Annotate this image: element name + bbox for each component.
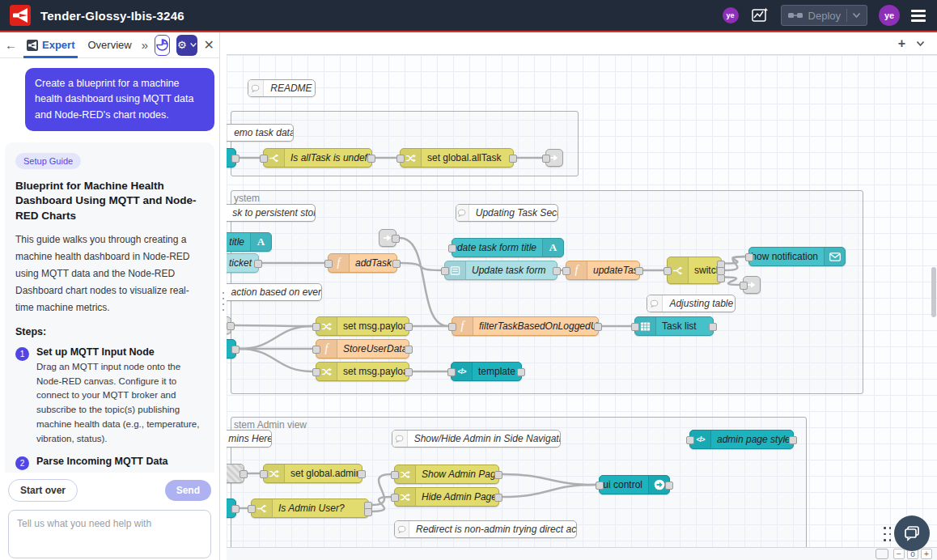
comment-node[interactable]: emo task data — [227, 124, 294, 142]
output-port[interactable] — [509, 155, 517, 163]
usage-chart-button[interactable] — [155, 35, 170, 56]
input-port[interactable] — [745, 253, 753, 261]
flow-node[interactable] — [227, 316, 231, 334]
flow-list-chevron-icon[interactable] — [917, 41, 924, 46]
output-port[interactable] — [240, 470, 248, 478]
flow-node[interactable]: set msg.payload — [316, 316, 409, 336]
comment-node[interactable]: mins Here — [227, 430, 272, 448]
tab-expert[interactable]: Expert — [23, 32, 78, 58]
input-port[interactable] — [312, 346, 320, 354]
back-arrow-icon[interactable]: ← — [5, 38, 17, 52]
panel-resize-handle[interactable] — [221, 285, 226, 317]
comment-node[interactable]: Adjusting table — [647, 295, 736, 312]
input-port[interactable] — [391, 494, 399, 502]
flow-node[interactable]: StoreUserDataf — [316, 339, 409, 358]
send-button[interactable]: Send — [165, 480, 211, 501]
input-port[interactable] — [740, 282, 748, 290]
input-port[interactable] — [260, 155, 268, 163]
input-port[interactable] — [312, 368, 320, 376]
input-port[interactable] — [260, 470, 268, 478]
flow-node[interactable] — [227, 148, 236, 168]
canvas-vertical-scrollbar[interactable] — [931, 267, 936, 317]
output-port[interactable] — [717, 274, 725, 282]
input-port[interactable] — [448, 244, 456, 252]
output-port[interactable] — [231, 346, 240, 354]
flow-node[interactable]: template</> — [451, 362, 522, 381]
output-port[interactable] — [405, 323, 413, 331]
flow-node[interactable]: Show Admin Page — [394, 465, 499, 484]
output-port[interactable] — [494, 471, 502, 479]
assistant-chat-fab[interactable] — [894, 515, 930, 551]
zoom-out-button[interactable]: − — [893, 549, 905, 559]
flowfuse-logo-icon[interactable] — [10, 5, 31, 26]
output-port[interactable] — [254, 260, 262, 268]
start-over-button[interactable]: Start over — [8, 479, 78, 502]
flow-node[interactable]: filterTaskBasedOnLoggedUserf — [452, 316, 599, 336]
flow-node[interactable] — [379, 229, 396, 247]
more-tabs-icon[interactable]: » — [142, 38, 148, 52]
flow-canvas[interactable]: ystemstem Admin viewREADMEemo task datas… — [227, 55, 937, 547]
comment-node[interactable]: sk to persistent storage — [227, 204, 316, 222]
output-port[interactable] — [665, 482, 673, 490]
add-flow-button[interactable]: + — [898, 36, 905, 51]
deploy-button[interactable]: Deploy — [781, 5, 867, 26]
input-port[interactable] — [248, 505, 256, 513]
output-port[interactable] — [789, 436, 797, 444]
input-port[interactable] — [631, 323, 639, 331]
input-port[interactable] — [441, 267, 449, 275]
settings-dropdown-button[interactable]: ⚙ — [176, 35, 197, 56]
input-port[interactable] — [391, 471, 399, 479]
flow-node[interactable]: Is Admin User? — [251, 498, 369, 518]
flow-node[interactable] — [227, 464, 244, 483]
team-avatar[interactable]: ye — [723, 7, 739, 23]
chevron-down-icon[interactable] — [853, 13, 860, 18]
flow-node[interactable] — [227, 339, 236, 358]
minimap-toggle-icon[interactable] — [876, 549, 888, 559]
comment-node[interactable]: Redirect is non-admin trying direct acce… — [394, 520, 577, 538]
output-port[interactable] — [405, 346, 413, 354]
input-port[interactable] — [664, 267, 672, 275]
flow-node[interactable]: m titleA — [227, 232, 272, 252]
flow-node[interactable] — [227, 498, 236, 518]
flow-node[interactable]: updateTaskf — [566, 261, 640, 280]
comment-node[interactable]: action based on event — [227, 283, 322, 301]
output-port[interactable] — [392, 235, 400, 243]
output-port[interactable] — [494, 494, 502, 502]
output-port[interactable] — [358, 470, 366, 478]
input-port[interactable] — [447, 368, 456, 376]
flow-node[interactable]: show notification — [748, 247, 846, 266]
output-port[interactable] — [231, 505, 240, 513]
output-port[interactable] — [553, 267, 561, 275]
flow-node[interactable]: ticket — [227, 253, 259, 273]
output-port[interactable] — [227, 322, 235, 330]
output-port[interactable] — [517, 368, 525, 376]
input-port[interactable] — [562, 267, 570, 275]
input-port[interactable] — [324, 260, 333, 268]
flow-node[interactable] — [545, 149, 563, 167]
comment-node[interactable]: Updating Task Securely — [456, 204, 558, 222]
flow-node[interactable]: ui control — [599, 475, 670, 494]
close-panel-icon[interactable]: ✕ — [204, 37, 214, 53]
flow-node[interactable]: set global.admins — [263, 464, 363, 483]
flow-node[interactable]: Task list — [634, 316, 714, 336]
input-port[interactable] — [312, 323, 320, 331]
output-port[interactable] — [405, 368, 413, 376]
flow-node[interactable]: Update task form titleA — [452, 238, 564, 257]
input-port[interactable] — [542, 155, 550, 163]
tab-overview[interactable]: Overview — [84, 32, 134, 58]
menu-icon[interactable] — [911, 7, 926, 24]
flow-node[interactable]: set msg.payload — [316, 362, 409, 381]
output-port[interactable] — [231, 155, 240, 163]
output-port[interactable] — [392, 260, 401, 268]
flow-node[interactable]: addTaskf — [328, 253, 397, 273]
output-port[interactable] — [367, 155, 375, 163]
fab-drag-handle[interactable] — [882, 525, 892, 543]
zoom-in-button[interactable]: + — [921, 549, 932, 559]
output-port[interactable] — [594, 323, 602, 331]
output-port[interactable] — [635, 267, 643, 275]
input-port[interactable] — [396, 155, 405, 163]
flow-node[interactable]: set global.allTask — [400, 148, 514, 168]
comment-node[interactable]: README — [248, 79, 316, 97]
output-port[interactable] — [709, 323, 717, 331]
flow-node[interactable]: Is allTask is undefined — [263, 148, 372, 168]
